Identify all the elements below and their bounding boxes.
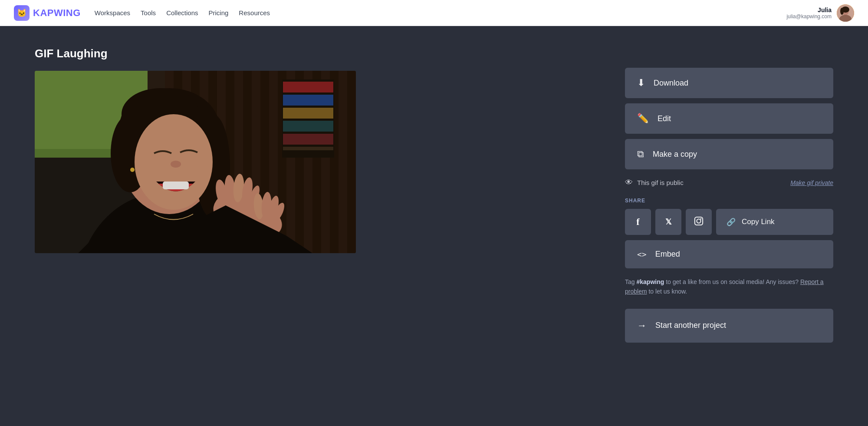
download-label: Download bbox=[654, 79, 688, 88]
facebook-button[interactable]: f bbox=[625, 209, 651, 235]
public-label: This gif is public bbox=[637, 179, 684, 186]
public-row: 👁 This gif is public Make gif private bbox=[625, 175, 833, 191]
edit-label: Edit bbox=[658, 114, 671, 123]
header: 🐱 KAPWING Workspaces Tools Collections P… bbox=[0, 0, 868, 26]
nav-pricing[interactable]: Pricing bbox=[209, 9, 229, 17]
copy-link-button[interactable]: 🔗 Copy Link bbox=[716, 209, 833, 235]
embed-button[interactable]: <> Embed bbox=[625, 240, 833, 268]
logo-emoji: 🐱 bbox=[17, 8, 26, 18]
header-right: Julia julia@kapwing.com bbox=[786, 4, 854, 22]
start-project-button[interactable]: → Start another project bbox=[625, 309, 833, 343]
eye-icon: 👁 bbox=[625, 178, 633, 187]
instagram-icon bbox=[694, 216, 704, 228]
gif-container bbox=[35, 71, 356, 253]
user-info: Julia julia@kapwing.com bbox=[786, 7, 832, 20]
download-icon: ⬇ bbox=[637, 77, 645, 89]
twitter-icon: 𝕏 bbox=[665, 217, 672, 227]
public-status: 👁 This gif is public bbox=[625, 178, 684, 187]
copy-icon: ⧉ bbox=[637, 149, 644, 160]
svg-rect-41 bbox=[35, 71, 356, 253]
nav-workspaces[interactable]: Workspaces bbox=[95, 9, 130, 17]
share-label: SHARE bbox=[625, 196, 833, 204]
svg-rect-42 bbox=[695, 217, 703, 225]
link-icon: 🔗 bbox=[727, 218, 736, 227]
content-left: GIF Laughing bbox=[35, 47, 599, 253]
make-copy-button[interactable]: ⧉ Make a copy bbox=[625, 139, 833, 169]
logo[interactable]: 🐱 KAPWING bbox=[14, 5, 81, 21]
tag-middle: to get a like from us on social media! A… bbox=[664, 278, 800, 285]
embed-icon: <> bbox=[637, 250, 647, 259]
embed-label: Embed bbox=[655, 250, 680, 259]
download-button[interactable]: ⬇ Download bbox=[625, 68, 833, 98]
user-email: julia@kapwing.com bbox=[786, 13, 832, 20]
page-title: GIF Laughing bbox=[35, 47, 599, 60]
gif-scene bbox=[35, 71, 356, 253]
user-name: Julia bbox=[786, 7, 832, 13]
make-copy-label: Make a copy bbox=[653, 150, 697, 159]
nav-tools[interactable]: Tools bbox=[141, 9, 156, 17]
svg-point-43 bbox=[697, 219, 700, 223]
share-row: f 𝕏 🔗 Copy Link bbox=[625, 209, 833, 235]
header-left: 🐱 KAPWING Workspaces Tools Collections P… bbox=[14, 5, 270, 21]
tag-hashtag: #kapwing bbox=[636, 278, 664, 285]
avatar-image bbox=[837, 4, 854, 22]
nav-resources[interactable]: Resources bbox=[239, 9, 270, 17]
edit-icon: ✏️ bbox=[637, 113, 649, 124]
arrow-icon: → bbox=[637, 320, 647, 331]
logo-text: KAPWING bbox=[33, 7, 81, 19]
edit-button[interactable]: ✏️ Edit bbox=[625, 103, 833, 134]
nav: Workspaces Tools Collections Pricing Res… bbox=[95, 9, 270, 17]
main-content: GIF Laughing bbox=[0, 26, 868, 363]
make-private-link[interactable]: Make gif private bbox=[790, 179, 833, 186]
facebook-icon: f bbox=[636, 216, 639, 228]
svg-point-4 bbox=[840, 8, 844, 15]
tag-section: Tag #kapwing to get a like from us on so… bbox=[625, 274, 833, 300]
svg-point-44 bbox=[700, 218, 702, 219]
tag-suffix: to let us know. bbox=[647, 288, 687, 295]
start-project-label: Start another project bbox=[655, 321, 726, 330]
twitter-button[interactable]: 𝕏 bbox=[655, 209, 681, 235]
avatar[interactable] bbox=[837, 4, 854, 22]
tag-prefix: Tag bbox=[625, 278, 636, 285]
sidebar: ⬇ Download ✏️ Edit ⧉ Make a copy 👁 This … bbox=[625, 47, 833, 343]
instagram-button[interactable] bbox=[686, 209, 712, 235]
logo-icon: 🐱 bbox=[14, 5, 30, 21]
nav-collections[interactable]: Collections bbox=[166, 9, 198, 17]
copy-link-label: Copy Link bbox=[742, 218, 775, 226]
